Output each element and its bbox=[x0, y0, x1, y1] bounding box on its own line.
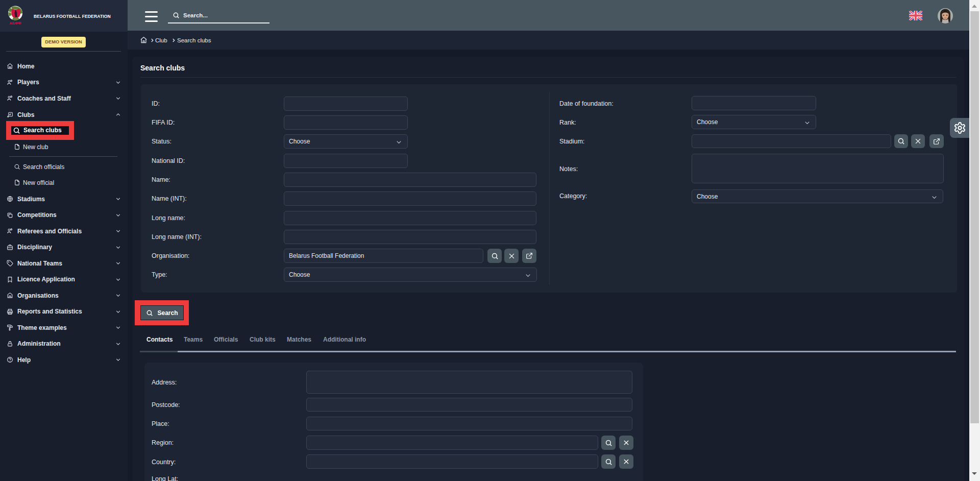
svg-text:АБФФ: АБФФ bbox=[9, 21, 21, 25]
